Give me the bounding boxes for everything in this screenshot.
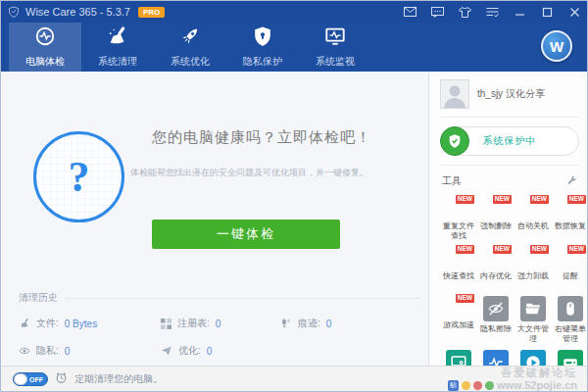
alarm-clock-icon: [55, 370, 68, 388]
eye-slash-icon: [483, 296, 509, 321]
shield-lock-icon: [252, 25, 273, 51]
eye-icon: [19, 345, 30, 357]
tab-system-cleaner[interactable]: 系统清理: [81, 23, 154, 72]
question-mark: ?: [69, 152, 90, 202]
minimize-button[interactable]: [513, 5, 526, 19]
wise-logo[interactable]: W: [541, 30, 572, 62]
tab-privacy-protector[interactable]: 隐私保护: [226, 23, 299, 72]
wise-care-window: Wise Care 365 - 5.3.7 PRO: [0, 0, 588, 392]
tool-duplicate-finder[interactable]: NEW 重复文件查找: [440, 194, 477, 241]
health-status-circle: ?: [33, 131, 124, 222]
cleanup-history: 清理历史 文件: 0 Bytes 注册表: 0 痕迹: 0: [19, 291, 420, 358]
tab-label: 系统优化: [171, 55, 210, 69]
tab-system-monitor[interactable]: 系统监视: [299, 23, 371, 72]
mouse-icon: [558, 296, 583, 321]
main-nav: 电脑体检 系统清理 系统优化 隐私保护 系统监视 W: [1, 23, 587, 72]
feedback-icon[interactable]: [430, 5, 444, 19]
menu-icon[interactable]: [485, 5, 499, 19]
window-title: Wise Care 365 - 5.3.7: [25, 6, 130, 18]
tool-big-file-manager[interactable]: 大文件管理: [514, 293, 552, 344]
stat-privacy: 隐私: 0: [19, 344, 161, 358]
paper-plane-icon: [161, 345, 172, 357]
tool-game-booster[interactable]: NEW 游戏加速: [440, 293, 477, 344]
tab-label: 隐私保护: [243, 55, 282, 69]
tab-label: 系统监视: [316, 55, 355, 69]
tools-grid: NEW 重复文件查找 NEW 强制删除 NEW 自动关机 NEW 数据恢复 NE…: [440, 194, 579, 392]
tools-header: 工具: [440, 166, 579, 194]
registry-icon: [161, 318, 172, 329]
sidebar: th_sjy 汉化分享 系统保护中 工具 NEW 重复文件查找 N: [430, 72, 588, 366]
system-protection-button[interactable]: 系统保护中: [440, 126, 579, 156]
checkup-subtext: 体检能帮您找出潜在的安全问题及可优化项目，并一键修复。: [130, 167, 368, 179]
skin-theme-icon[interactable]: [458, 5, 471, 19]
tab-pc-checkup[interactable]: 电脑体检: [9, 23, 81, 72]
one-click-checkup-button[interactable]: 一键体检: [152, 220, 340, 249]
titlebar: Wise Care 365 - 5.3.7 PRO: [1, 1, 587, 23]
tool-memory-optimizer[interactable]: NEW 内存优化: [477, 244, 514, 290]
stat-tuneup: 优化: 0: [161, 344, 280, 358]
mail-icon[interactable]: [403, 5, 416, 19]
stat-traces: 痕迹: 0: [280, 317, 420, 330]
maximize-button[interactable]: [540, 5, 554, 19]
footprint-icon: [280, 318, 292, 329]
toggle-knob: [14, 373, 27, 385]
checkup-heading: 您的电脑健康吗？立即体检吧！: [152, 128, 371, 147]
tools-title: 工具: [442, 174, 462, 188]
tool-privacy-eraser[interactable]: 隐私擦除: [477, 293, 514, 344]
protection-status: 系统保护中: [483, 134, 537, 148]
user-name: th_sjy 汉化分享: [477, 87, 545, 101]
tab-system-tuneup[interactable]: 系统优化: [154, 23, 226, 72]
tool-data-recovery[interactable]: NEW 数据恢复: [552, 194, 588, 241]
tab-label: 系统清理: [98, 55, 137, 69]
toggle-state: OFF: [29, 376, 43, 383]
shield-check-icon: [440, 126, 469, 156]
checkup-icon: [34, 25, 56, 51]
statusbar: OFF 定期清理您的电脑。: [1, 366, 587, 392]
tool-auto-shutdown[interactable]: NEW 自动关机: [514, 194, 552, 241]
tool-program-uninstaller[interactable]: NEW 强力卸载: [514, 244, 552, 290]
scheduled-clean-toggle[interactable]: OFF: [13, 372, 48, 386]
folder-icon: [520, 296, 546, 321]
close-button[interactable]: [567, 5, 581, 19]
avatar: [440, 79, 469, 109]
app-logo-icon: [7, 5, 21, 19]
monitor-pulse-icon: [324, 25, 346, 51]
protection-row: 系统保护中: [440, 118, 579, 166]
wrench-icon[interactable]: [566, 172, 577, 190]
tool-reminder[interactable]: NEW 提醒: [552, 244, 588, 290]
history-title: 清理历史: [19, 291, 58, 305]
checkup-panel: ? 您的电脑健康吗？立即体检吧！ 体检能帮您找出潜在的安全问题及可优化项目，并一…: [1, 72, 429, 366]
stat-registry: 注册表: 0: [161, 317, 280, 330]
tool-jet-search[interactable]: NEW 快速查找: [440, 244, 477, 290]
tab-label: 电脑体检: [25, 55, 65, 69]
stat-files: 文件: 0 Bytes: [19, 317, 161, 330]
tool-context-menu-manager[interactable]: 右键菜单管理: [552, 293, 588, 344]
tool-force-deleter[interactable]: NEW 强制删除: [477, 194, 514, 241]
rocket-icon: [179, 25, 201, 51]
user-account[interactable]: th_sjy 汉化分享: [440, 79, 579, 118]
pro-badge: PRO: [138, 7, 165, 18]
broom-icon: [107, 25, 128, 51]
broom-icon: [19, 318, 30, 329]
status-text: 定期清理您的电脑。: [74, 372, 163, 386]
divider: [66, 298, 420, 299]
